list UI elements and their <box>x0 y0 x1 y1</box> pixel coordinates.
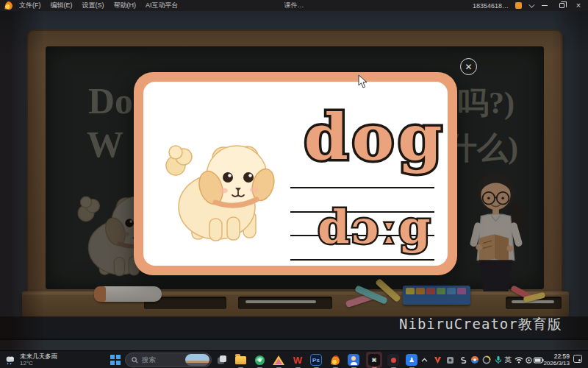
tray-expand-button[interactable] <box>417 353 431 367</box>
flame-icon <box>330 355 340 366</box>
tray-icon-v[interactable] <box>431 353 444 367</box>
flashcard-modal: dog dog dɔːg dɔːg <box>134 72 457 275</box>
search-highlight-image <box>185 354 209 366</box>
folder-icon <box>235 356 246 364</box>
nibiru-app-button[interactable] <box>329 353 342 367</box>
flashcard-body: dog dog dɔːg dɔːg <box>143 82 448 266</box>
blue-app-icon: ♟ <box>406 354 417 366</box>
triangle-app-icon <box>273 355 284 365</box>
start-button[interactable] <box>109 353 122 367</box>
file-explorer-button[interactable] <box>234 353 247 367</box>
modal-close-button[interactable]: ✕ <box>460 58 477 75</box>
windows-taskbar: 未来几天多雨 12°C 搜索 W <box>0 350 588 368</box>
task-view-button[interactable] <box>215 353 229 367</box>
rain-cloud-icon <box>4 355 16 365</box>
windows-logo-icon <box>110 355 120 364</box>
clock-time: 22:59 <box>542 353 570 361</box>
avatar-app-icon <box>348 354 359 366</box>
word-fill: dog <box>298 102 452 173</box>
search-icon <box>132 357 138 364</box>
account-avatar[interactable] <box>515 2 522 9</box>
taskbar-clock[interactable]: 22:59 2026/3/13 <box>542 353 570 367</box>
avatar-app-button[interactable] <box>347 353 360 367</box>
capcut-icon: ⌘ <box>368 354 380 366</box>
account-chevron-down-icon[interactable] <box>528 1 534 7</box>
flashcard-word: dog dog <box>298 102 452 176</box>
minimize-button[interactable] <box>539 1 550 10</box>
notification-center-button[interactable] <box>573 355 582 363</box>
weather-forecast-text: 未来几天多雨 <box>20 353 57 360</box>
photoshop-button[interactable]: Ps <box>309 353 323 367</box>
photoshop-icon: Ps <box>310 354 322 366</box>
browser-button[interactable] <box>253 353 266 367</box>
tray-icon-s[interactable] <box>456 353 469 367</box>
window-close-button[interactable]: × <box>573 1 584 10</box>
taskbar-search-box[interactable]: 搜索 <box>125 353 212 367</box>
phonetic-fill: dɔːg <box>301 183 448 272</box>
wps-icon: W <box>293 355 302 366</box>
mouse-cursor <box>358 74 368 91</box>
browser-swirl-icon <box>254 355 265 366</box>
tray-icon-square[interactable] <box>443 353 456 367</box>
blue-app-button[interactable]: ♟ <box>405 353 418 367</box>
taskbar-weather-widget[interactable]: 未来几天多雨 12°C <box>4 353 57 367</box>
chevron-up-icon <box>421 358 428 362</box>
wps-button[interactable]: W <box>291 353 304 367</box>
capcut-button[interactable]: ⌘ <box>368 353 381 367</box>
account-id: 18354618… <box>473 2 509 10</box>
clock-date: 2026/3/13 <box>542 360 570 367</box>
flashcard-phonetic: dɔːg dɔːg <box>301 183 448 264</box>
watermark-label: NibiruCreator教育版 <box>399 315 562 334</box>
app-titlebar: 文件(F) 编辑(E) 设置(S) 帮助(H) AI互动平台 课件… 18354… <box>0 0 588 11</box>
weather-temperature: 12°C <box>20 360 57 367</box>
red-dot-app-button[interactable] <box>387 353 400 367</box>
maximize-button[interactable] <box>556 1 567 10</box>
red-dot-app-icon <box>387 354 399 366</box>
flashcard-puppy-image <box>154 120 286 252</box>
triangle-app-button[interactable] <box>272 353 285 367</box>
task-view-icon <box>217 355 227 365</box>
search-placeholder: 搜索 <box>142 355 185 365</box>
